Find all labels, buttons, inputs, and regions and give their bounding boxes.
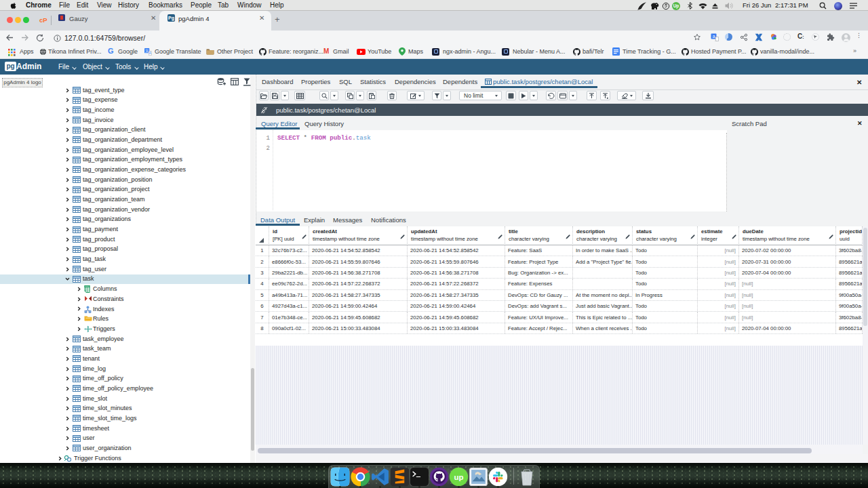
svg-text:a: a bbox=[713, 34, 715, 39]
svg-text:up: up bbox=[454, 472, 464, 481]
